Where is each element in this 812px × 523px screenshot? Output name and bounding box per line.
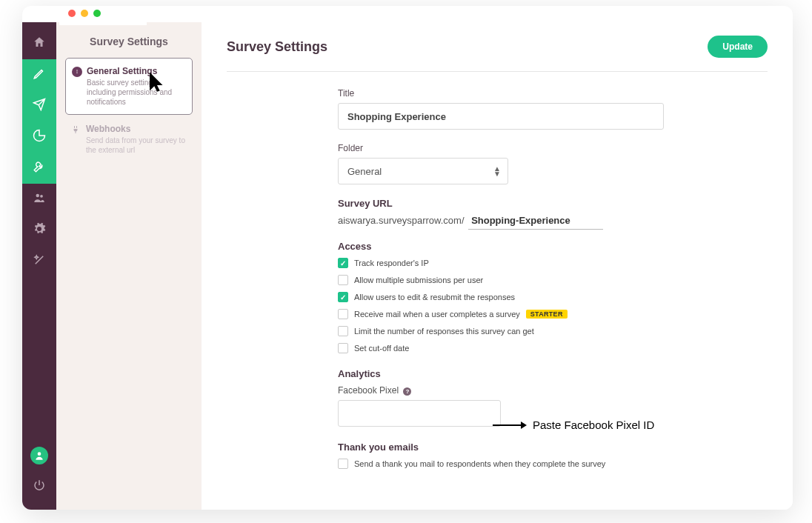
help-icon[interactable]: ? [403,387,411,396]
rail-team[interactable] [22,184,56,215]
power-icon [33,479,46,495]
sidebar-item-general[interactable]: General Settings Basic survey settings i… [65,58,193,115]
app-body: Survey Settings General Settings Basic s… [22,22,793,510]
cb-multi-submit[interactable]: Allow multiple submissions per user [338,275,768,285]
rail-magic[interactable] [22,246,56,277]
cb-track-ip[interactable]: Track responder's IP [338,258,768,268]
window-controls [59,6,147,25]
sidebar-item-label: General Settings [87,66,184,76]
folder-group: Folder ▲▼ [338,143,768,184]
thankyou-section-label: Thank you emails [338,442,768,453]
rail-account[interactable] [22,440,56,471]
form-area: Title Folder ▲▼ Survey URL aiswarya.surv… [227,72,768,469]
title-group: Title [338,88,768,130]
avatar-icon [30,447,48,464]
svg-rect-4 [77,71,78,73]
checkbox-label: Track responder's IP [354,259,429,267]
window-minimize-icon[interactable] [81,10,88,17]
info-icon [72,67,82,77]
starter-badge: STARTER [526,310,568,319]
svg-point-2 [38,452,41,456]
fb-pixel-label-row: Facebook Pixel ? [338,385,768,396]
cb-edit-resubmit[interactable]: Allow users to edit & resubmit the respo… [338,292,768,302]
main-pane: Survey Settings Update Title Folder ▲▼ S… [202,22,793,510]
tab-bar [22,6,793,22]
arrow-right-icon [491,420,527,430]
checkbox-label: Send a thank you mail to respondents whe… [354,459,605,468]
gear-icon [33,222,46,239]
users-icon [33,191,46,207]
cb-cutoff[interactable]: Set cut-off date [338,343,768,353]
cb-thankyou-mail[interactable]: Send a thank you mail to respondents whe… [338,459,768,469]
rail-results[interactable] [22,121,56,153]
checkbox-icon [338,343,348,353]
annotation-text: Paste Facebook Pixel ID [533,419,654,431]
wand-icon [33,253,46,270]
title-input[interactable] [338,103,664,130]
settings-sidebar-title: Survey Settings [65,36,193,47]
analytics-section-label: Analytics [338,368,768,379]
settings-sidebar: Survey Settings General Settings Basic s… [56,22,202,510]
sidebar-item-desc: Send data from your survey to the extern… [86,136,185,155]
svg-point-3 [76,70,77,70]
survey-url-prefix: aiswarya.surveysparrow.com/ [338,215,465,226]
checkbox-icon [338,258,348,268]
sidebar-item-webhooks[interactable]: Webhooks Send data from your survey to t… [65,115,193,162]
survey-url-slug-input[interactable]: Shopping-Experience [468,213,603,230]
svg-point-1 [40,195,43,198]
checkbox-label: Receive mail when a user completes a sur… [354,310,520,319]
send-icon [33,98,46,114]
survey-url-group: Survey URL aiswarya.surveysparrow.com/ S… [338,198,768,226]
checkbox-label: Allow users to edit & resubmit the respo… [354,293,515,302]
access-section-label: Access [338,241,768,252]
browser-window: Survey Settings General Settings Basic s… [22,6,793,510]
checkbox-icon [338,292,348,302]
window-close-icon[interactable] [68,10,76,17]
fb-pixel-label: Facebook Pixel [338,385,399,396]
wrench-icon [33,160,46,176]
rail-home[interactable] [22,28,56,59]
survey-url-label: Survey URL [338,198,768,209]
checkbox-icon [338,326,348,336]
checkbox-label: Allow multiple submissions per user [354,276,483,284]
plug-icon [71,124,80,137]
home-icon [33,36,46,52]
pie-icon [33,129,46,145]
checkbox-icon [338,309,348,319]
checkbox-label: Limit the number of responses this surve… [354,327,534,336]
main-header: Survey Settings Update [227,36,768,72]
rail-share[interactable] [22,90,56,121]
page-title: Survey Settings [227,39,327,55]
sidebar-item-label: Webhooks [86,124,185,134]
update-button[interactable]: Update [708,36,768,58]
rail-build[interactable] [22,59,56,90]
svg-point-0 [36,194,40,198]
folder-select[interactable] [338,158,508,184]
window-maximize-icon[interactable] [93,10,101,17]
checkbox-icon [338,459,348,469]
cb-limit-responses[interactable]: Limit the number of responses this surve… [338,326,768,336]
icon-rail [22,22,56,510]
chevron-updown-icon: ▲▼ [493,166,501,176]
rail-power[interactable] [22,471,56,502]
svg-marker-6 [521,422,527,429]
folder-label: Folder [338,143,768,153]
title-label: Title [338,88,768,99]
checkbox-icon [338,275,348,285]
checkbox-label: Set cut-off date [354,344,409,353]
fb-pixel-input[interactable] [338,400,501,427]
rail-configure[interactable] [22,153,56,184]
annotation-pixel-hint: Paste Facebook Pixel ID [491,419,654,431]
sidebar-item-desc: Basic survey settings including permissi… [87,78,184,107]
pencil-icon [33,67,46,83]
rail-settings[interactable] [22,215,56,246]
cb-receive-mail[interactable]: Receive mail when a user completes a sur… [338,309,768,319]
